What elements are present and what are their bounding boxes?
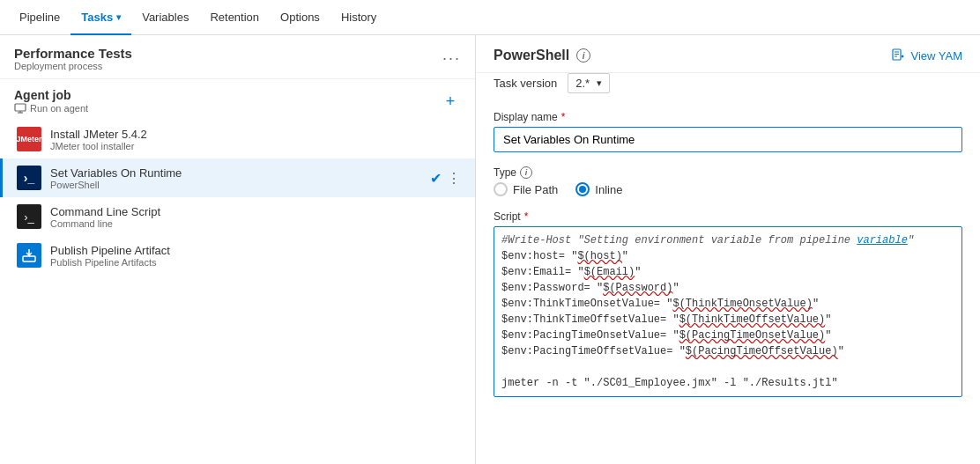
pipeline-header: Performance Tests Deployment process ···: [0, 35, 475, 79]
task-item-powershell[interactable]: ›_ Set Variables On Runtime PowerShell ✔…: [0, 158, 475, 197]
task-version-row: Task version 2.* ▾: [476, 73, 980, 93]
script-line-7: $env:PacingTimeOffsetValue= "$(PacingTim…: [501, 343, 954, 359]
pipeline-title-block: Performance Tests Deployment process: [14, 46, 132, 71]
pipeline-subtitle: Deployment process: [14, 61, 132, 71]
tasks-dropdown-icon: ▾: [116, 12, 121, 22]
artifact-upload-icon: [21, 247, 37, 263]
script-line-1: $env:host= "$(host)": [501, 248, 954, 264]
cmdline-icon: ›_: [17, 204, 41, 229]
version-dropdown-icon: ▾: [597, 77, 602, 89]
powershell-info-icon[interactable]: i: [576, 48, 590, 63]
jmeter-task-name: Install JMeter 5.4.2: [50, 128, 461, 141]
jmeter-task-sub: JMeter tool installer: [50, 141, 461, 151]
nav-retention[interactable]: Retention: [199, 0, 270, 35]
script-label: Script *: [494, 210, 962, 223]
task-item-artifact[interactable]: Publish Pipeline Artifact Publish Pipeli…: [0, 236, 475, 275]
powershell-task-sub: PowerShell: [50, 180, 421, 190]
left-panel: Performance Tests Deployment process ···…: [0, 35, 476, 464]
svg-rect-3: [23, 256, 35, 261]
type-label: Type i: [494, 166, 962, 179]
type-info-icon[interactable]: i: [520, 166, 532, 179]
script-line-6: $env:PacingTimeOnsetValue= "$(PacingTime…: [501, 328, 954, 343]
task-list: JMeter Install JMeter 5.4.2 JMeter tool …: [0, 120, 475, 464]
filepath-radio-label: File Path: [513, 183, 558, 196]
powershell-task-info: Set Variables On Runtime PowerShell: [50, 166, 421, 190]
task-version-value: 2.*: [575, 77, 590, 90]
right-header: PowerShell i View YAM: [476, 35, 980, 73]
add-task-button[interactable]: +: [440, 91, 461, 112]
yaml-document-icon: [891, 48, 905, 63]
right-title-row: PowerShell i: [494, 48, 590, 63]
agent-job-name: Agent job: [14, 88, 88, 102]
type-inline-option[interactable]: Inline: [575, 182, 622, 196]
agent-job-row: Agent job Run on agent +: [0, 79, 475, 120]
nav-options[interactable]: Options: [270, 0, 330, 35]
type-radio-group: File Path Inline: [494, 182, 962, 196]
svg-rect-0: [15, 104, 26, 111]
script-editor[interactable]: #Write-Host "Setting environment variabl…: [494, 226, 962, 397]
filepath-radio-circle: [494, 182, 508, 196]
pipeline-menu-button[interactable]: ···: [442, 49, 461, 68]
top-nav: Pipeline Tasks ▾ Variables Retention Opt…: [0, 0, 980, 35]
nav-variables[interactable]: Variables: [131, 0, 199, 35]
right-panel: PowerShell i View YAM Task version 2.*: [476, 35, 980, 464]
agent-job-info: Agent job Run on agent: [14, 88, 88, 114]
artifact-task-sub: Publish Pipeline Artifacts: [50, 257, 461, 268]
task-item-jmeter[interactable]: JMeter Install JMeter 5.4.2 JMeter tool …: [0, 120, 475, 158]
script-line-8: [501, 359, 954, 375]
powershell-task-status: ✔ ⋮: [430, 170, 461, 187]
cmdline-task-sub: Command line: [50, 218, 461, 229]
artifact-icon: [17, 243, 41, 268]
powershell-icon: ›_: [17, 166, 41, 190]
script-required: *: [524, 210, 529, 223]
run-on-agent-icon: [14, 102, 26, 114]
script-line-5: $env:ThinkTimeOffsetValue= "$(ThinkTimeO…: [501, 312, 954, 328]
task-version-select[interactable]: 2.* ▾: [568, 73, 610, 93]
view-yaml-label: View YAM: [910, 49, 962, 63]
script-line-9: jmeter -n -t "./SC01_Employee.jmx" -l ".…: [501, 375, 954, 391]
script-line-2: $env:Email= "$(Email)": [501, 264, 954, 280]
status-check-icon: ✔: [430, 170, 442, 187]
task-item-cmdline[interactable]: ›_ Command Line Script Command line: [0, 197, 475, 236]
jmeter-task-info: Install JMeter 5.4.2 JMeter tool install…: [50, 128, 461, 151]
view-yaml-button[interactable]: View YAM: [891, 48, 962, 63]
right-panel-title: PowerShell: [494, 48, 569, 63]
pipeline-name: Performance Tests: [14, 46, 132, 61]
cmdline-task-info: Command Line Script Command line: [50, 205, 461, 229]
display-name-row: Display name *: [494, 111, 962, 152]
display-name-label: Display name *: [494, 111, 962, 123]
display-name-input[interactable]: [494, 127, 962, 152]
task-version-label: Task version: [494, 77, 557, 90]
script-line-0: #Write-Host "Setting environment variabl…: [501, 232, 954, 248]
form-body: Display name * Type i File Path: [476, 111, 980, 420]
type-row: Type i File Path Inline: [494, 166, 962, 196]
nav-history[interactable]: History: [330, 0, 387, 35]
script-line-4: $env:ThinkTimeOnsetValue= "$(ThinkTimeOn…: [501, 296, 954, 312]
powershell-task-name: Set Variables On Runtime: [50, 166, 421, 180]
jmeter-icon: JMeter: [17, 127, 41, 151]
display-name-required: *: [561, 111, 566, 123]
agent-job-subtitle: Run on agent: [14, 102, 88, 114]
type-filepath-option[interactable]: File Path: [494, 182, 558, 196]
inline-radio-circle: [575, 182, 590, 196]
artifact-task-info: Publish Pipeline Artifact Publish Pipeli…: [50, 244, 461, 268]
task-context-menu[interactable]: ⋮: [447, 170, 461, 187]
inline-radio-label: Inline: [595, 183, 622, 196]
nav-pipeline[interactable]: Pipeline: [9, 0, 71, 35]
script-row: Script * #Write-Host "Setting environmen…: [494, 210, 962, 397]
nav-tasks[interactable]: Tasks ▾: [71, 0, 131, 35]
artifact-task-name: Publish Pipeline Artifact: [50, 244, 461, 257]
main-container: Performance Tests Deployment process ···…: [0, 35, 980, 464]
script-line-3: $env:Password= "$(Password)": [501, 280, 954, 296]
cmdline-task-name: Command Line Script: [50, 205, 461, 218]
